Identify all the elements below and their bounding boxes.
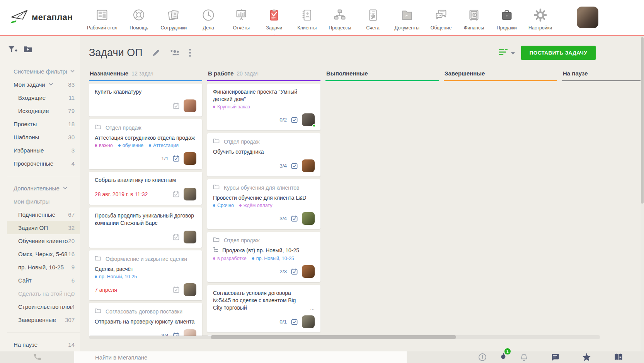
task-card[interactable]: Согласовать условия договора №5445 по сд… (207, 285, 320, 332)
vertical-scrollbar[interactable] (641, 37, 644, 204)
add-filter-icon[interactable] (8, 45, 17, 55)
calendar-icon[interactable] (172, 155, 180, 162)
sidebar-item-проекты[interactable]: Проекты18 (0, 117, 80, 130)
assignee-avatar[interactable] (302, 159, 315, 172)
sidebar-section-label[interactable]: Системные фильтры (0, 65, 80, 78)
tab-chat[interactable]: Общение (430, 7, 452, 31)
tab-finance[interactable]: Финансы (463, 7, 485, 31)
assignee-avatar[interactable] (184, 152, 196, 165)
tag[interactable]: ждём оплату (239, 203, 272, 208)
sidebar-divider (7, 332, 80, 332)
chat-icon (433, 7, 449, 23)
calendar-icon[interactable] (291, 116, 298, 123)
comments-button[interactable] (551, 353, 559, 361)
sidebar-item-подчинённые[interactable]: Подчинённые67 (0, 208, 80, 221)
sidebar-item-сделать-на-этой-нед-[interactable]: Сделать на этой нед...0 (0, 287, 80, 300)
sidebar-item-избранные[interactable]: Избранные3 (0, 144, 80, 157)
sidebar-item-задачи-оп[interactable]: Задачи ОП32 (7, 221, 80, 234)
sidebar-item-обучение-клиентов[interactable]: Обучение клиентов20 (0, 234, 80, 247)
favorites-button[interactable] (582, 353, 591, 361)
assignee-avatar[interactable] (184, 231, 196, 243)
tab-staff[interactable]: Сотрудники (160, 7, 187, 31)
tab-todos[interactable]: Дела (197, 7, 220, 31)
search-input[interactable] (74, 351, 407, 363)
sidebar-item-мои-задачи[interactable]: Мои задачи83 (0, 78, 80, 91)
user-avatar[interactable] (577, 7, 598, 28)
calendar-icon[interactable] (291, 318, 298, 325)
add-folder-icon[interactable] (23, 45, 32, 55)
tag[interactable]: обучение (118, 143, 143, 148)
tab-sales[interactable]: Продажи (496, 7, 518, 31)
assignee-avatar[interactable] (302, 113, 315, 126)
edit-title-button[interactable] (152, 49, 160, 57)
tag[interactable]: Срочно (213, 203, 234, 208)
assignee-avatar[interactable] (302, 212, 315, 225)
tab-documents[interactable]: Документы (395, 7, 419, 31)
phone-button[interactable] (0, 351, 74, 363)
sidebar-item-строительство-площ-[interactable]: Строительство площ...4 (0, 300, 80, 313)
calendar-icon[interactable] (291, 162, 298, 170)
knowledge-base-button[interactable] (614, 353, 623, 361)
filter-count: 79 (68, 108, 75, 114)
activity-button[interactable]: 1 (499, 352, 507, 363)
add-task-button[interactable]: ПОСТАВИТЬ ЗАДАЧУ (521, 46, 596, 60)
calendar-icon[interactable] (291, 215, 298, 222)
tag[interactable]: Крупный заказ (213, 104, 250, 110)
task-card[interactable]: Отдел продажОбучить сотрудника3/4 (207, 133, 320, 176)
assignee-avatar[interactable] (184, 283, 196, 296)
task-card[interactable]: Согласовать договор поставкиОтправить на… (89, 303, 202, 336)
sidebar-item-пр-новый-10-25[interactable]: пр. Новый, 10-259 (0, 260, 80, 274)
task-card[interactable]: Отдел продажПродажа (вт) пр. Новый, 10-2… (207, 232, 320, 282)
tab-label: Отчёты (233, 25, 250, 31)
task-card[interactable]: Просьба продлить уникальный договор комп… (89, 207, 202, 248)
sidebar-section-label[interactable]: Дополнительные (0, 182, 80, 195)
assignee-avatar[interactable] (184, 99, 196, 112)
task-card[interactable]: Оформление и закрытие сделкиСделка, расч… (89, 250, 202, 300)
sidebar-item-исходящие[interactable]: Исходящие79 (0, 104, 80, 117)
calendar-icon[interactable] (172, 102, 180, 110)
filter-count: 11 (68, 94, 75, 101)
tag[interactable]: пр. Новый, 10-25 (95, 274, 137, 279)
calendar-icon[interactable] (172, 233, 180, 241)
task-card[interactable]: Курсы обучения для клиентовПровести обуч… (207, 179, 320, 229)
tab-settings[interactable]: Настройки (528, 7, 552, 31)
tab-clients[interactable]: Клиенты (296, 7, 318, 31)
assignee-avatar[interactable] (302, 265, 315, 278)
tag[interactable]: пр. Новый, 10-25 (252, 256, 294, 261)
add-participants-button[interactable] (169, 49, 180, 57)
tab-processes[interactable]: Процессы (329, 7, 351, 31)
project-label: Отдел продаж (224, 139, 260, 145)
sidebar-item-сайт[interactable]: Сайт6 (0, 274, 80, 287)
sidebar-item-входящие[interactable]: Входящие11 (0, 91, 80, 104)
tab-invoices[interactable]: Счета (362, 7, 384, 31)
megaplan-logo[interactable]: мегаплан (10, 9, 78, 26)
task-card[interactable]: Отдел продажАттестация сотрудников отдел… (89, 119, 202, 169)
sidebar-item-на-паузе[interactable]: На паузе14 (0, 338, 80, 351)
calendar-icon[interactable] (172, 190, 180, 198)
tab-reports[interactable]: Отчёты (230, 7, 252, 31)
task-card[interactable]: Собрать аналитику по клиентам28 авг. 201… (89, 172, 202, 205)
filter-label: Омск, Черых, 5-68 (18, 251, 68, 257)
assignee-avatar[interactable] (302, 315, 315, 328)
calendar-icon[interactable] (172, 286, 180, 293)
tab-tasks[interactable]: Задачи (263, 7, 285, 31)
assignee-avatar[interactable] (184, 188, 196, 200)
tag[interactable]: в разработке (213, 256, 247, 261)
info-button[interactable] (478, 353, 487, 361)
notifications-button[interactable] (520, 353, 528, 362)
task-card[interactable]: Купить клавиатуру (89, 84, 202, 116)
sidebar-item-просроченные[interactable]: Просроченные4 (0, 157, 80, 170)
tag[interactable]: важно (95, 143, 113, 148)
horizontal-scrollbar[interactable] (211, 335, 456, 339)
task-card[interactable]: Финансирование проекта "Умный детский до… (207, 84, 320, 130)
sidebar-item-завершенные[interactable]: Завершенные307 (0, 313, 80, 326)
card-footer: 3/4 (213, 212, 315, 225)
tag[interactable]: Аттестация (149, 143, 179, 148)
more-menu-button[interactable] (189, 49, 191, 57)
sidebar-item-шаблоны[interactable]: Шаблоны30 (0, 130, 80, 144)
sidebar-item-омск-черых-5-68[interactable]: Омск, Черых, 5-6816 (0, 247, 80, 260)
calendar-icon[interactable] (291, 268, 298, 275)
tab-desktop[interactable]: Рабочий стол (87, 7, 117, 31)
view-toggle[interactable] (499, 49, 515, 57)
tab-help[interactable]: Помощь (128, 7, 150, 31)
